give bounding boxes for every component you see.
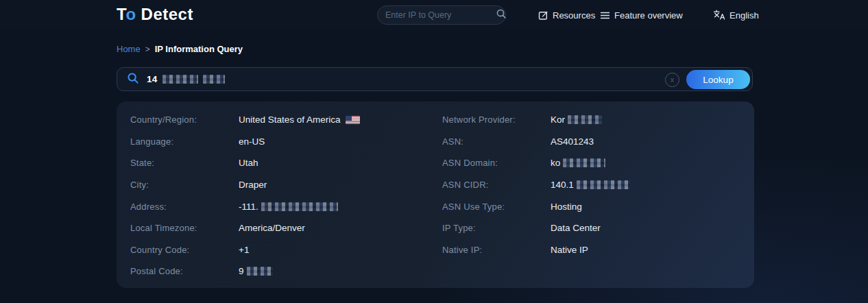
info-row: IP Type:Data Center [442, 217, 747, 239]
info-value: +1 [239, 245, 249, 255]
info-row: Postal Code:9 [130, 260, 435, 282]
info-row: Address:-111. [130, 195, 435, 217]
resources-icon [538, 10, 548, 21]
us-flag-icon [346, 116, 360, 124]
language-switcher-label: English [730, 10, 759, 21]
info-label: Network Provider: [442, 114, 551, 125]
ip-query-value[interactable]: 14 [147, 74, 158, 84]
info-label: ASN Domain: [442, 158, 551, 168]
breadcrumb-separator: > [145, 45, 150, 54]
top-header: ToDetect Resources Feature overvie [0, 0, 868, 30]
query-redacted [158, 75, 225, 84]
info-value: Kor [551, 114, 602, 125]
info-label: ASN Use Type: [442, 202, 551, 212]
ip-query-bar[interactable]: 14 x Lookup [117, 67, 753, 91]
info-value: Utah [239, 158, 258, 168]
info-value: Native IP [551, 245, 588, 255]
info-label: IP Type: [442, 223, 551, 233]
info-row: Language:en-US [130, 131, 435, 153]
info-value: United States of America [239, 114, 360, 125]
ip-info-panel: Country/Region:United States of AmericaL… [117, 101, 754, 288]
info-row: Country/Region:United States of America [130, 109, 435, 131]
info-value: Data Center [551, 223, 601, 233]
info-label: Postal Code: [130, 266, 239, 276]
info-label: Country/Region: [130, 114, 239, 125]
info-row: ASN Use Type:Hosting [442, 195, 747, 217]
redacted-blur [247, 267, 273, 276]
logo[interactable]: ToDetect [117, 5, 193, 24]
header-search-input[interactable] [385, 10, 496, 20]
info-label: Country Code: [130, 245, 239, 255]
info-value: ko [551, 158, 605, 168]
clear-input-icon[interactable]: x [665, 73, 679, 87]
info-label: ASN: [442, 136, 551, 147]
logo-t: T [117, 5, 125, 23]
breadcrumb: Home > IP Information Query [117, 44, 243, 54]
info-row: ASN CIDR:140.1 [442, 174, 747, 196]
info-column-right: Network Provider:KorASN:AS401243ASN Doma… [442, 109, 747, 260]
info-value: en-US [239, 136, 265, 147]
info-row: Network Provider:Kor [442, 109, 747, 131]
info-value: Hosting [551, 202, 582, 212]
breadcrumb-current-page: IP Information Query [155, 44, 243, 54]
info-row: State:Utah [130, 152, 435, 174]
header-search-box[interactable] [377, 5, 506, 25]
info-label: ASN CIDR: [442, 180, 551, 190]
nav-feature-overview[interactable]: Feature overview [600, 8, 683, 22]
search-icon [496, 8, 507, 22]
nav-feature-overview-label: Feature overview [614, 10, 683, 21]
search-icon [127, 72, 139, 87]
breadcrumb-home-link[interactable]: Home [117, 44, 141, 54]
language-switcher[interactable]: English [713, 8, 759, 22]
info-row: ASN Domain:ko [442, 152, 747, 174]
logo-rest: Detect [141, 5, 193, 23]
info-value: -111. [239, 202, 338, 212]
nav-resources-label: Resources [553, 10, 595, 21]
info-value: America/Denver [239, 223, 305, 233]
info-row: Country Code:+1 [130, 239, 435, 261]
info-column-left: Country/Region:United States of AmericaL… [130, 109, 435, 282]
redacted-blur [261, 202, 338, 211]
menu-icon [600, 11, 610, 20]
redacted-blur [577, 180, 630, 189]
info-row: City:Draper [130, 174, 435, 196]
info-row: ASN:AS401243 [442, 131, 747, 153]
info-value: AS401243 [551, 136, 594, 147]
translate-icon [713, 10, 725, 21]
info-value: 140.1 [551, 180, 630, 190]
redacted-blur [203, 75, 225, 84]
info-label: Local Timezone: [130, 223, 239, 233]
info-label: Address: [130, 202, 239, 212]
nav-resources[interactable]: Resources [538, 8, 595, 22]
lookup-button[interactable]: Lookup [686, 70, 750, 89]
info-row: Native IP:Native IP [442, 239, 747, 261]
info-label: State: [130, 158, 239, 168]
info-label: Native IP: [442, 245, 551, 255]
info-row: Local Timezone:America/Denver [130, 217, 435, 239]
info-label: Language: [130, 136, 239, 147]
logo-o: o [125, 5, 136, 23]
info-value: Draper [239, 180, 267, 190]
redacted-blur [563, 158, 605, 167]
redacted-blur [162, 75, 198, 84]
info-value: 9 [239, 266, 273, 276]
info-label: City: [130, 180, 239, 190]
redacted-blur [568, 115, 602, 124]
